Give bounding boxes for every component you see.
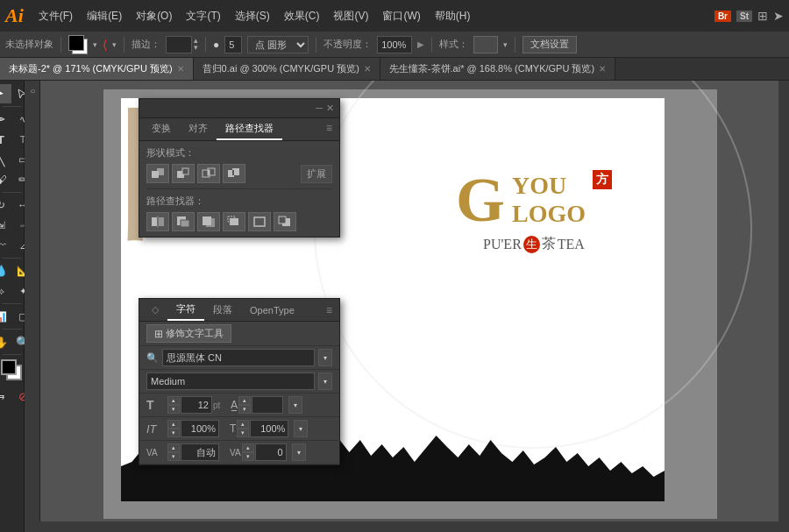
- blend-tool[interactable]: ⟡: [0, 281, 11, 301]
- menu-edit[interactable]: 编辑(E): [81, 7, 128, 25]
- panel-minimize[interactable]: ─: [316, 103, 323, 114]
- menu-view[interactable]: 视图(V): [327, 7, 374, 25]
- unite-btn[interactable]: [146, 164, 169, 183]
- point-size-field[interactable]: [224, 36, 242, 53]
- panel-close[interactable]: ✕: [326, 103, 334, 114]
- font-style-arrow[interactable]: ▾: [318, 372, 332, 390]
- paintbrush-tool[interactable]: 🖌: [0, 170, 11, 189]
- grid-icon[interactable]: ⊞: [757, 9, 768, 23]
- stroke-field[interactable]: [166, 36, 192, 53]
- panel-titlebar[interactable]: ─ ✕: [139, 99, 339, 118]
- tab-1[interactable]: 未标题-2* @ 171% (CMYK/GPU 预览) ✕: [0, 58, 194, 80]
- tracking-down[interactable]: ▾: [167, 429, 180, 437]
- menu-file[interactable]: 文件(F): [32, 7, 79, 25]
- st-badge[interactable]: St: [736, 11, 752, 22]
- panel-tab-transform[interactable]: 变换: [143, 118, 180, 140]
- tracking-num-down[interactable]: ▾: [242, 452, 254, 461]
- merge-btn[interactable]: [197, 212, 220, 231]
- font-size-down[interactable]: ▾: [167, 405, 180, 414]
- color-chips[interactable]: [1, 359, 24, 382]
- vscale-up[interactable]: ▴: [237, 420, 249, 429]
- character-panel: ◇ 字符 段落 OpenType ≡ ⊞ 修饰文字工具 🔍 ▾: [139, 298, 340, 465]
- font-size-up[interactable]: ▴: [167, 396, 180, 405]
- panel-tab-pathfinder[interactable]: 路径查找器: [217, 118, 282, 140]
- trim-btn[interactable]: [172, 212, 195, 231]
- scrollbar-horizontal[interactable]: [25, 521, 778, 532]
- char-tab-character[interactable]: 字符: [167, 299, 204, 321]
- br-badge[interactable]: Br: [714, 11, 731, 22]
- leading-down[interactable]: ▾: [238, 405, 251, 414]
- outline-btn[interactable]: [248, 212, 271, 231]
- kerning-up[interactable]: ▴: [167, 443, 180, 452]
- stroke-up[interactable]: ▴▾: [194, 38, 198, 50]
- leading-field[interactable]: [252, 396, 283, 414]
- line-tool[interactable]: ╲: [0, 150, 11, 169]
- font-name-arrow[interactable]: ▾: [318, 349, 332, 366]
- pen-tool[interactable]: ✒: [0, 110, 11, 129]
- warp-tool[interactable]: 〰: [0, 236, 11, 255]
- svg-rect-17: [206, 218, 215, 227]
- vscale-arrow[interactable]: ▾: [294, 420, 308, 437]
- vscale-down[interactable]: ▾: [237, 429, 249, 437]
- tracking-num-arrow[interactable]: ▾: [292, 443, 306, 461]
- type-tool[interactable]: T: [0, 130, 11, 149]
- intersect-btn[interactable]: [197, 164, 220, 183]
- panel-tab-align[interactable]: 对齐: [180, 118, 217, 140]
- kerning-down[interactable]: ▾: [167, 452, 180, 461]
- fill-color-swatch[interactable]: [68, 35, 88, 54]
- sep6: [515, 37, 515, 53]
- shape-select[interactable]: 点 圆形: [247, 36, 309, 53]
- fill-arrow[interactable]: ▾: [93, 40, 97, 49]
- quick-actions-icon[interactable]: ⟨: [103, 38, 107, 52]
- column-chart-tool[interactable]: 📊: [0, 307, 11, 326]
- send-icon[interactable]: ➤: [773, 9, 784, 23]
- font-name-field[interactable]: [162, 349, 315, 366]
- eyedropper-tool[interactable]: 💧: [0, 261, 11, 280]
- char-tab-opentype[interactable]: OpenType: [241, 301, 303, 319]
- tab-3[interactable]: 先生懂茶-茶饼.ai* @ 168.8% (CMYK/GPU 预览) ✕: [380, 58, 615, 80]
- tracking-field[interactable]: [181, 420, 219, 437]
- menu-window[interactable]: 窗口(W): [376, 7, 426, 25]
- panel-options-menu[interactable]: ≡: [323, 118, 336, 140]
- menu-effect[interactable]: 效果(C): [278, 7, 326, 25]
- menu-object[interactable]: 对象(O): [130, 7, 178, 25]
- stroke-arrow[interactable]: ▾: [112, 40, 117, 49]
- scale-tool[interactable]: ⇲: [0, 216, 11, 235]
- tab-1-close[interactable]: ✕: [177, 64, 184, 74]
- leading-arrow[interactable]: ▾: [288, 396, 302, 414]
- char-panel-menu[interactable]: ≡: [323, 301, 336, 320]
- swap-colors-icon[interactable]: ⇆: [0, 387, 11, 406]
- minus-front-btn[interactable]: [172, 164, 195, 183]
- touch-type-button[interactable]: ⊞ 修饰文字工具: [146, 324, 231, 343]
- selection-tool[interactable]: [0, 84, 11, 103]
- style-swatch[interactable]: [473, 36, 498, 53]
- tracking-num-field[interactable]: [255, 443, 287, 461]
- expand-button[interactable]: 扩展: [301, 165, 332, 183]
- menu-text[interactable]: 文字(T): [180, 7, 226, 25]
- divide-btn[interactable]: [146, 212, 169, 231]
- tracking-num-up[interactable]: ▴: [242, 443, 254, 452]
- menu-help[interactable]: 帮助(H): [429, 7, 477, 25]
- tab-2-close[interactable]: ✕: [364, 64, 371, 74]
- menu-select[interactable]: 选择(S): [229, 7, 276, 25]
- tab-3-close[interactable]: ✕: [599, 64, 606, 74]
- font-size-field[interactable]: [181, 396, 212, 414]
- font-style-field[interactable]: [146, 372, 315, 390]
- svg-rect-10: [232, 170, 234, 175]
- char-tab-paragraph[interactable]: 段落: [204, 300, 241, 320]
- hand-tool[interactable]: ✋: [0, 332, 11, 351]
- kerning-field[interactable]: [181, 443, 219, 461]
- crop-btn[interactable]: [223, 212, 245, 231]
- scrollbar-vertical[interactable]: [778, 81, 789, 532]
- rotate-tool[interactable]: ↻: [0, 195, 11, 215]
- vscale-field[interactable]: [250, 420, 288, 437]
- opacity-field[interactable]: [377, 36, 412, 53]
- style-arrow[interactable]: ▾: [503, 40, 508, 49]
- opacity-arrow-right[interactable]: ▶: [417, 39, 424, 49]
- tracking-up[interactable]: ▴: [167, 420, 180, 429]
- leading-up[interactable]: ▴: [238, 396, 251, 405]
- exclude-btn[interactable]: [223, 164, 245, 183]
- minus-back-btn[interactable]: [274, 212, 296, 231]
- doc-setup-button[interactable]: 文档设置: [522, 36, 577, 53]
- tab-2[interactable]: 昔归0.ai @ 300% (CMYK/GPU 预览) ✕: [194, 58, 380, 80]
